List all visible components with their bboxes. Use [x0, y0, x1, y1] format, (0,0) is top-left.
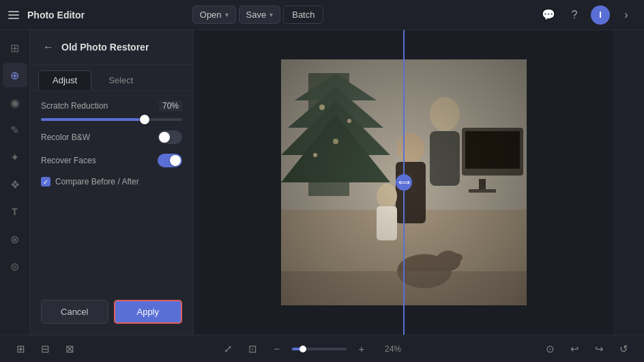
compare-handle: ⟺ — [403, 30, 405, 335]
back-button[interactable]: ← — [41, 40, 56, 55]
grid-bottom-icon[interactable]: ⊠ — [60, 339, 79, 359]
topbar-center: Open ▾ Save ▾ Batch — [192, 5, 324, 24]
slider-fill — [41, 118, 140, 121]
panel-header: ← Old Photo Restorer — [30, 30, 193, 65]
sidebar-icon-effect[interactable]: ⊜ — [3, 254, 27, 279]
canvas-area: ⟺ — [194, 30, 614, 335]
recover-faces-label: Recover Faces — [41, 156, 96, 165]
topbar-right: 💬 ? I › — [539, 5, 636, 25]
zoom-out-icon[interactable]: − — [267, 339, 287, 359]
sidebar-icon-brush[interactable]: ✎ — [3, 117, 27, 142]
controls: Scratch Reduction 70% Recolor B&W Recove… — [30, 91, 193, 300]
recover-faces-row: Recover Faces — [41, 154, 182, 167]
sidebar-right — [614, 30, 644, 335]
save-button[interactable]: Save ▾ — [239, 5, 281, 24]
bottombar: ⊞ ⊟ ⊠ ⤢ ⊡ − + 24% ⊙ ↩ ↪ ↺ — [0, 335, 644, 362]
compare-bottom-icon[interactable]: ⊟ — [35, 339, 55, 359]
slider-thumb[interactable] — [140, 115, 149, 124]
cancel-button[interactable]: Cancel — [41, 300, 108, 324]
compare-row[interactable]: ✓ Compare Before / After — [41, 177, 182, 186]
user-avatar[interactable]: I — [591, 5, 610, 25]
sidebar-icon-magic[interactable]: ✦ — [3, 145, 27, 169]
sidebar-icon-adjust[interactable]: ⊕ — [3, 63, 27, 87]
crop-icon[interactable]: ⊡ — [243, 339, 262, 359]
zoom-thumb[interactable] — [299, 346, 306, 352]
recolor-bw-toggle[interactable] — [158, 130, 182, 144]
sidebar-icon-text[interactable]: T — [3, 199, 27, 224]
scratch-reduction-slider[interactable] — [41, 118, 182, 121]
chat-icon[interactable]: 💬 — [539, 5, 558, 25]
layers-bottom-icon[interactable]: ⊞ — [11, 339, 30, 359]
compare-label: Compare Before / After — [55, 177, 139, 186]
compare-circle[interactable]: ⟺ — [396, 174, 412, 191]
batch-button[interactable]: Batch — [283, 5, 323, 24]
redo-icon[interactable]: ↪ — [589, 339, 609, 359]
toggle-knob — [159, 132, 170, 143]
bottom-center: ⤢ ⊡ − + 24% — [218, 339, 401, 359]
zoom-slider[interactable] — [292, 348, 347, 350]
recolor-bw-row: Recolor B&W — [41, 130, 182, 144]
apply-button[interactable]: Apply — [114, 300, 183, 324]
sidebar-icon-layers[interactable]: ⊞ — [3, 36, 27, 60]
snapshot-icon[interactable]: ⊙ — [540, 339, 559, 359]
open-chevron-icon: ▾ — [225, 11, 229, 18]
sidebar-icon-overlay[interactable]: ❖ — [3, 172, 27, 197]
sidebar-icon-eye[interactable]: ◉ — [3, 90, 27, 115]
more-icon[interactable]: › — [617, 5, 636, 25]
tab-adjust[interactable]: Adjust — [38, 70, 91, 90]
panel-title: Old Photo Restorer — [61, 42, 149, 53]
restore-icon[interactable]: ↺ — [614, 339, 633, 359]
recover-faces-toggle[interactable] — [158, 154, 182, 167]
fit-icon[interactable]: ⤢ — [218, 339, 237, 359]
help-icon[interactable]: ? — [565, 5, 584, 25]
tab-select[interactable]: Select — [94, 70, 147, 90]
panel: ← Old Photo Restorer Adjust Select Scrat… — [30, 30, 194, 335]
app-title: Photo Editor — [27, 10, 85, 20]
bottom-left: ⊞ ⊟ ⊠ — [11, 339, 79, 359]
menu-icon[interactable] — [8, 8, 22, 22]
bottom-right: ⊙ ↩ ↪ ↺ — [540, 339, 633, 359]
action-buttons: Cancel Apply — [30, 300, 193, 335]
scratch-reduction-label: Scratch Reduction — [41, 101, 108, 111]
undo-icon[interactable]: ↩ — [565, 339, 584, 359]
scratch-reduction-label-row: Scratch Reduction 70% — [41, 100, 182, 111]
topbar-left: Photo Editor — [8, 8, 85, 22]
recolor-bw-label: Recolor B&W — [41, 133, 90, 142]
topbar: Photo Editor Open ▾ Save ▾ Batch 💬 ? I › — [0, 0, 644, 30]
compare-checkbox[interactable]: ✓ — [41, 177, 50, 186]
zoom-value: 24% — [377, 344, 401, 354]
scratch-reduction-control: Scratch Reduction 70% — [41, 100, 182, 121]
open-button[interactable]: Open ▾ — [192, 5, 236, 24]
save-chevron-icon: ▾ — [269, 11, 273, 18]
tabs: Adjust Select — [30, 65, 193, 91]
sidebar-icon-stamp[interactable]: ⊗ — [3, 227, 27, 251]
zoom-in-icon[interactable]: + — [352, 339, 371, 359]
toggle-knob-on — [170, 155, 181, 166]
main-content: ⊞ ⊕ ◉ ✎ ✦ ❖ T ⊗ ⊜ ← Old Photo Restorer A… — [0, 30, 644, 335]
sidebar-left: ⊞ ⊕ ◉ ✎ ✦ ❖ T ⊗ ⊜ — [0, 30, 30, 335]
scratch-reduction-value: 70% — [159, 100, 182, 111]
